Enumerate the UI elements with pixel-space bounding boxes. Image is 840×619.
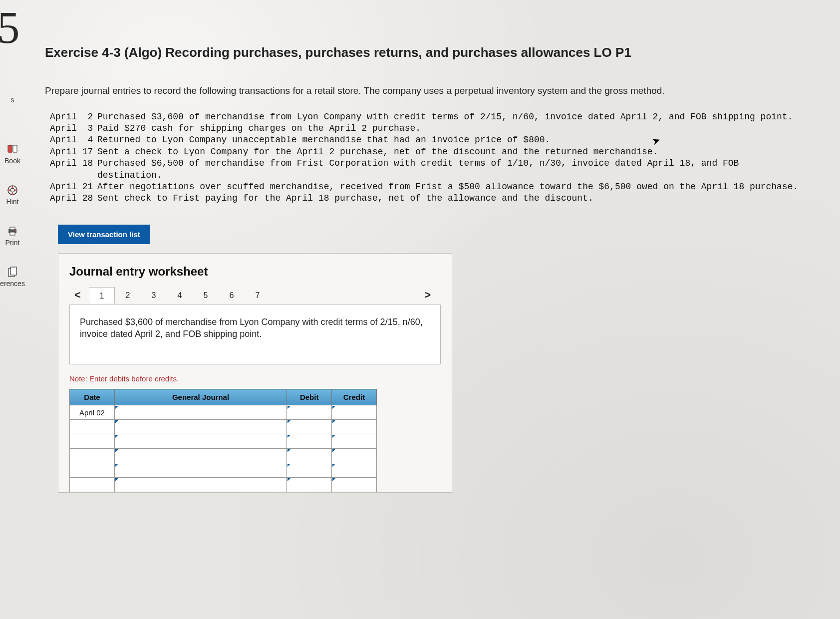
cell-date[interactable] xyxy=(70,463,115,478)
cell-credit[interactable] xyxy=(332,420,377,434)
cell-credit[interactable] xyxy=(332,405,377,420)
cell-date[interactable]: April 02 xyxy=(70,405,115,420)
cell-general-journal[interactable] xyxy=(114,463,286,478)
transaction-date: April 2 xyxy=(50,111,97,123)
svg-rect-3 xyxy=(10,227,15,230)
transaction-row: April 4Returned to Lyon Company unaccept… xyxy=(50,134,820,146)
worksheet-tab-1[interactable]: 1 xyxy=(89,287,115,304)
cell-credit[interactable] xyxy=(332,449,377,463)
col-header-general-journal: General Journal xyxy=(114,389,286,405)
cell-general-journal[interactable] xyxy=(114,478,286,492)
transaction-date: April 18 xyxy=(50,158,97,181)
cell-debit[interactable] xyxy=(287,449,332,463)
cell-credit[interactable] xyxy=(332,434,377,449)
cell-debit[interactable] xyxy=(287,405,332,420)
cell-credit[interactable] xyxy=(332,463,377,478)
transaction-date: April 4 xyxy=(50,134,97,146)
journal-worksheet-card: Journal entry worksheet < 1234567 > Purc… xyxy=(58,253,452,493)
table-row xyxy=(70,478,377,492)
worksheet-tab-7[interactable]: 7 xyxy=(245,287,271,303)
sidebar-item-hint[interactable]: Hint xyxy=(0,185,25,206)
worksheet-tab-5[interactable]: 5 xyxy=(193,287,219,303)
left-sidebar: 5 s Book Hint Print erences xyxy=(0,0,25,619)
worksheet-tab-2[interactable]: 2 xyxy=(115,287,141,303)
cell-debit[interactable] xyxy=(287,478,332,492)
col-header-credit: Credit xyxy=(332,389,377,405)
transaction-date: April 17 xyxy=(50,146,97,158)
cell-debit[interactable] xyxy=(287,434,332,449)
sidebar-label-print: Print xyxy=(5,239,20,247)
svg-point-1 xyxy=(10,188,14,192)
cell-credit[interactable] xyxy=(332,478,377,492)
main-content: Exercise 4-3 (Algo) Recording purchases,… xyxy=(45,45,820,493)
cell-general-journal[interactable] xyxy=(114,434,286,449)
exercise-title: Exercise 4-3 (Algo) Recording purchases,… xyxy=(45,45,820,60)
cell-debit[interactable] xyxy=(287,420,332,434)
svg-rect-7 xyxy=(10,267,16,275)
sidebar-item-book[interactable]: Book xyxy=(0,144,25,165)
transaction-desc: After negotiations over scuffed merchand… xyxy=(97,181,820,193)
sidebar-item-references[interactable]: erences xyxy=(0,267,25,288)
cell-date[interactable] xyxy=(70,434,115,449)
worksheet-tab-row: < 1234567 > xyxy=(58,286,452,305)
sidebar-item-s[interactable]: s xyxy=(0,96,25,104)
table-row xyxy=(70,434,377,449)
next-entry-chevron[interactable]: > xyxy=(419,286,436,305)
worksheet-heading: Journal entry worksheet xyxy=(58,265,452,286)
exercise-instructions: Prepare journal entries to record the fo… xyxy=(45,84,784,97)
cell-general-journal[interactable] xyxy=(114,405,286,420)
cell-date[interactable] xyxy=(70,420,115,434)
transaction-desc: Returned to Lyon Company unacceptable me… xyxy=(97,134,820,146)
transaction-row: April 2Purchased $3,600 of merchandise f… xyxy=(50,111,820,123)
table-row: April 02 xyxy=(70,405,377,420)
cell-debit[interactable] xyxy=(287,463,332,478)
book-icon xyxy=(6,144,19,155)
copy-icon xyxy=(6,267,19,278)
transaction-desc: Sent a check to Lyon Company for the Apr… xyxy=(97,146,820,158)
table-row xyxy=(70,420,377,434)
printer-icon xyxy=(6,226,19,237)
cell-date[interactable] xyxy=(70,449,115,463)
cell-general-journal[interactable] xyxy=(114,420,286,434)
sidebar-label-s: s xyxy=(11,96,14,104)
sidebar-label-book: Book xyxy=(4,157,20,165)
table-row xyxy=(70,463,377,478)
col-header-date: Date xyxy=(70,389,115,405)
transaction-desc: Purchased $6,500 of merchandise from Fri… xyxy=(97,158,820,181)
col-header-debit: Debit xyxy=(287,389,332,405)
table-row xyxy=(70,449,377,463)
entry-description: Purchased $3,600 of merchandise from Lyo… xyxy=(69,305,441,365)
sidebar-label-hint: Hint xyxy=(6,198,19,206)
chapter-number: 5 xyxy=(0,10,18,46)
svg-point-5 xyxy=(15,230,16,231)
worksheet-tab-4[interactable]: 4 xyxy=(167,287,193,303)
prev-entry-chevron[interactable]: < xyxy=(69,286,86,305)
transaction-list: April 2Purchased $3,600 of merchandise f… xyxy=(50,111,820,205)
life-ring-icon xyxy=(6,185,19,196)
cell-general-journal[interactable] xyxy=(114,449,286,463)
worksheet-tabs: 1234567 xyxy=(89,287,271,303)
worksheet-tab-3[interactable]: 3 xyxy=(141,287,167,303)
cell-date[interactable] xyxy=(70,478,115,492)
transaction-date: April 21 xyxy=(50,181,97,193)
transaction-row: April 17Sent a check to Lyon Company for… xyxy=(50,146,820,158)
sidebar-item-print[interactable]: Print xyxy=(0,226,25,247)
transaction-desc: Paid $270 cash for shipping charges on t… xyxy=(97,123,820,134)
transaction-desc: Sent check to Frist paying for the April… xyxy=(97,193,820,204)
worksheet-tab-6[interactable]: 6 xyxy=(219,287,245,303)
transaction-row: April 18Purchased $6,500 of merchandise … xyxy=(50,158,820,181)
transaction-row: April 3Paid $270 cash for shipping charg… xyxy=(50,123,820,134)
svg-rect-4 xyxy=(10,232,15,235)
sidebar-label-references: erences xyxy=(0,280,25,288)
transaction-desc: Purchased $3,600 of merchandise from Lyo… xyxy=(97,111,820,123)
view-transaction-list-button[interactable]: View transaction list xyxy=(58,225,150,244)
worksheet-note: Note: Enter debits before credits. xyxy=(58,364,452,389)
transaction-date: April 3 xyxy=(50,123,97,134)
transaction-date: April 28 xyxy=(50,193,97,204)
journal-table: Date General Journal Debit Credit April … xyxy=(69,389,377,492)
transaction-row: April 28Sent check to Frist paying for t… xyxy=(50,193,820,204)
transaction-row: April 21After negotiations over scuffed … xyxy=(50,181,820,193)
